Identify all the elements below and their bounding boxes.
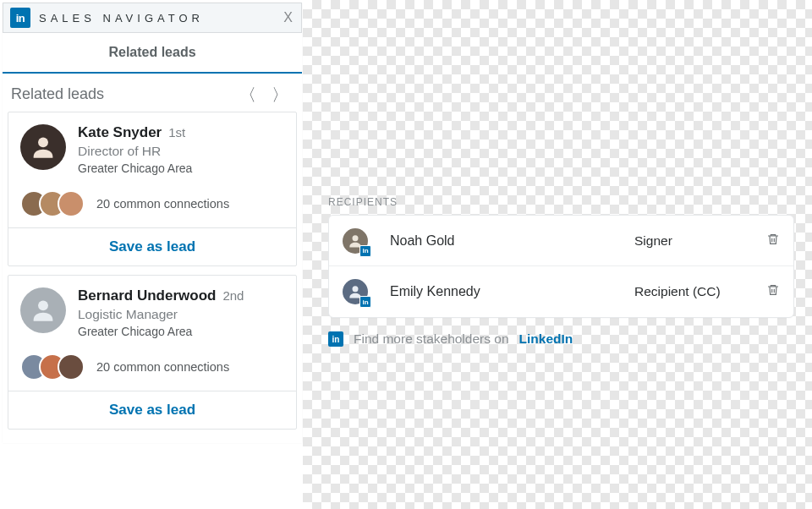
sales-navigator-header: in SALES NAVIGATOR X <box>3 3 302 33</box>
lead-title: Director of HR <box>78 144 192 159</box>
sales-navigator-panel: in SALES NAVIGATOR X Related leads Relat… <box>3 3 302 443</box>
lead-info: Kate Snyder 1st Director of HR Greater C… <box>78 124 192 175</box>
pager-arrows: 〈 〉 <box>239 86 294 103</box>
lead-card: Kate Snyder 1st Director of HR Greater C… <box>8 112 297 266</box>
delete-button[interactable] <box>761 232 780 250</box>
avatar <box>20 287 66 333</box>
person-icon <box>29 296 58 325</box>
panel-title: SALES NAVIGATOR <box>39 12 204 25</box>
delete-button[interactable] <box>761 282 780 301</box>
trash-icon <box>766 232 780 247</box>
recipient-role: Recipient (CC) <box>634 284 761 299</box>
linkedin-logo-icon: in <box>10 8 30 28</box>
person-icon <box>29 133 58 161</box>
lead-main[interactable]: Bernard Underwood 2nd Logistic Manager G… <box>8 276 296 347</box>
linkedin-link[interactable]: LinkedIn <box>519 331 573 347</box>
lead-main[interactable]: Kate Snyder 1st Director of HR Greater C… <box>8 112 296 183</box>
connection-avatars <box>20 190 85 217</box>
close-button[interactable]: X <box>283 10 293 25</box>
connections-text: 20 common connections <box>96 197 229 211</box>
section-title: Related leads <box>11 85 104 103</box>
linkedin-badge-icon: in <box>359 245 371 257</box>
lead-name: Kate Snyder <box>78 124 162 141</box>
lead-connections[interactable]: 20 common connections <box>8 183 296 227</box>
svg-point-3 <box>353 286 359 292</box>
lead-connections[interactable]: 20 common connections <box>8 347 296 391</box>
recipients-card: in Noah Gold Signer in Emily Kennedy Rec… <box>328 215 794 318</box>
mini-avatar <box>58 353 85 380</box>
avatar: in <box>343 228 368 254</box>
avatar: in <box>343 279 368 304</box>
avatar <box>20 124 66 170</box>
mini-avatar <box>58 190 85 217</box>
find-more-stakeholders: in Find more stakeholders on LinkedIn <box>328 331 794 347</box>
tab-related-leads[interactable]: Related leads <box>108 45 195 60</box>
svg-point-1 <box>38 300 48 310</box>
lead-title: Logistic Manager <box>78 307 244 322</box>
recipient-name: Emily Kennedy <box>390 284 634 299</box>
save-as-lead-button[interactable]: Save as lead <box>8 227 296 265</box>
panel-body: Related leads 〈 〉 Kate Snyder 1st Direct… <box>3 74 302 443</box>
linkedin-mini-icon: in <box>328 331 343 347</box>
lead-degree: 1st <box>168 125 185 140</box>
svg-point-0 <box>38 137 48 147</box>
connection-avatars <box>20 353 85 380</box>
recipient-row[interactable]: in Noah Gold Signer <box>329 216 793 266</box>
lead-degree: 2nd <box>222 288 244 303</box>
linkedin-badge-icon: in <box>359 296 371 308</box>
recipient-role: Signer <box>634 233 761 249</box>
find-more-text: Find more stakeholders on <box>354 331 509 347</box>
recipients-label: RECIPIENTS <box>328 196 794 208</box>
next-arrow-icon[interactable]: 〉 <box>272 86 288 103</box>
connections-text: 20 common connections <box>96 360 229 374</box>
trash-icon <box>766 282 780 298</box>
save-as-lead-button[interactable]: Save as lead <box>8 391 296 429</box>
lead-info: Bernard Underwood 2nd Logistic Manager G… <box>78 287 244 338</box>
lead-location: Greater Chicago Area <box>78 325 244 338</box>
section-header: Related leads 〈 〉 <box>8 82 297 112</box>
prev-arrow-icon[interactable]: 〈 <box>239 86 256 103</box>
svg-point-2 <box>353 235 359 241</box>
lead-card: Bernard Underwood 2nd Logistic Manager G… <box>8 275 297 430</box>
recipient-name: Noah Gold <box>390 233 634 249</box>
lead-name: Bernard Underwood <box>78 287 216 304</box>
lead-location: Greater Chicago Area <box>78 161 192 175</box>
recipient-row[interactable]: in Emily Kennedy Recipient (CC) <box>329 266 793 317</box>
tab-bar: Related leads <box>3 33 302 74</box>
recipients-section: RECIPIENTS in Noah Gold Signer in Emily … <box>328 196 794 347</box>
